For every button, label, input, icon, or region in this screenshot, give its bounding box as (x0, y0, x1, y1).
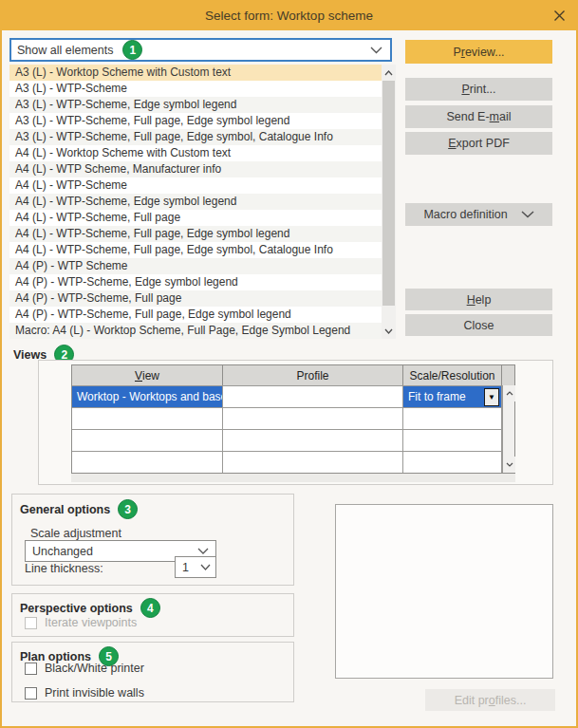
close-icon[interactable] (551, 8, 567, 23)
scale-cell[interactable]: Fit to frame ▼ (403, 386, 502, 407)
column-header-profile[interactable]: Profile (223, 365, 403, 385)
list-item[interactable]: A4 (P) - WTP Scheme (9, 258, 382, 274)
macro-definition-button[interactable]: Macro definition (405, 203, 552, 226)
line-thickness-label: Line thickness: (25, 562, 103, 575)
view-cell[interactable]: Worktop - Worktops and base units (72, 386, 223, 407)
perspective-options-label-text: Perspective options (20, 602, 133, 615)
macro-definition-label: Macro definition (423, 208, 507, 221)
iterate-viewpoints-label: Iterate viewpoints (45, 616, 137, 629)
column-header-scale[interactable]: Scale/Resolution (403, 365, 502, 385)
list-item[interactable]: A3 (L) - WTP-Scheme (9, 81, 382, 97)
black-white-printer-checkbox[interactable]: Black/White printer (25, 662, 144, 675)
scale-value: Fit to frame (408, 390, 466, 403)
list-item[interactable]: A4 (L) - WTP-Scheme, Edge symbol legend (9, 194, 382, 210)
list-item[interactable]: A3 (L) - WTP-Scheme, Full page, Edge sym… (9, 129, 382, 145)
line-thickness-value: 1 (182, 561, 189, 574)
list-item[interactable]: A4 (P) - WTP-Scheme, Full page, Edge sym… (9, 307, 382, 323)
print-invisible-walls-checkbox[interactable]: Print invisible walls (25, 686, 144, 700)
empty-cell (223, 408, 403, 429)
empty-cell (223, 452, 403, 473)
window-title: Select form: Worktop scheme (205, 9, 373, 23)
empty-cell (403, 430, 502, 451)
empty-cell (403, 408, 502, 429)
table-row-empty[interactable] (72, 429, 514, 451)
preview-button[interactable]: Preview... (405, 40, 552, 64)
list-scrollbar[interactable] (382, 65, 396, 339)
table-horizontal-scrollbar-track[interactable] (71, 474, 515, 482)
general-options-label-text: General options (20, 503, 110, 516)
line-thickness-select[interactable]: 1 (175, 556, 216, 578)
titlebar: Select form: Worktop scheme (0, 0, 578, 30)
chevron-down-icon (370, 47, 382, 54)
form-list: A3 (L) - Worktop Scheme with Custom text… (9, 65, 396, 339)
table-row-empty[interactable] (72, 451, 514, 473)
general-options-group: General options 3 Scale adjustment Uncha… (11, 494, 294, 586)
step-badge-3: 3 (118, 499, 138, 519)
scrollbar-thumb[interactable] (382, 81, 395, 306)
table-row-empty[interactable] (72, 407, 514, 429)
scale-adjustment-label: Scale adjustment (30, 527, 121, 540)
print-invisible-walls-label: Print invisible walls (45, 686, 144, 700)
help-button[interactable]: Help (405, 289, 552, 310)
empty-cell (223, 430, 403, 451)
table-scrollbar[interactable] (502, 385, 514, 473)
iterate-viewpoints-checkbox: Iterate viewpoints (25, 616, 137, 629)
list-item[interactable]: A4 (L) - Worktop Scheme with Custom text (9, 145, 382, 161)
empty-cell (72, 408, 223, 429)
list-item[interactable]: A4 (L) - WTP-Scheme, Full page, Edge sym… (9, 226, 382, 242)
checkbox-icon (25, 663, 37, 675)
empty-cell (403, 452, 502, 473)
scroll-down-icon[interactable] (382, 323, 396, 339)
chevron-down-icon (521, 211, 534, 218)
list-item[interactable]: Macro: A4 (L) - Worktop Scheme, Full Pag… (9, 323, 382, 339)
scale-adjustment-value: Unchanged (32, 545, 93, 558)
views-table-header: View Profile Scale/Resolution (72, 365, 514, 385)
list-item[interactable]: A3 (L) - WTP-Scheme, Full page, Edge sym… (9, 113, 382, 129)
scroll-up-icon[interactable] (382, 65, 396, 81)
select-form-dialog: Select form: Worktop scheme Show all ele… (0, 0, 578, 728)
empty-cell (72, 452, 223, 473)
profile-preview-panel (335, 504, 553, 679)
step-badge-1: 1 (122, 40, 142, 60)
form-list-rows: A3 (L) - Worktop Scheme with Custom text… (9, 65, 382, 339)
list-item[interactable]: A4 (P) - WTP-Scheme, Edge symbol legend (9, 274, 382, 290)
export-pdf-button[interactable]: Export PDF (405, 132, 552, 155)
perspective-options-group: Perspective options 4 Iterate viewpoints (11, 593, 294, 637)
column-header-view[interactable]: View (72, 365, 223, 385)
close-button[interactable]: Close (405, 314, 552, 336)
list-item[interactable]: A4 (P) - WTP-Scheme, Full page (9, 290, 382, 307)
step-badge-4: 4 (140, 598, 160, 618)
scroll-up-icon[interactable] (503, 385, 515, 401)
edit-profiles-button: Edit profiles... (425, 689, 555, 711)
black-white-printer-label: Black/White printer (45, 662, 144, 675)
scroll-down-icon[interactable] (503, 457, 515, 473)
filter-value: Show all elements (17, 44, 113, 57)
list-item[interactable]: A4 (L) - WTP-Scheme, Full page (9, 210, 382, 226)
empty-cell (72, 430, 223, 451)
list-item[interactable]: A3 (L) - Worktop Scheme with Custom text (9, 65, 382, 81)
list-item[interactable]: A4 (L) - WTP Scheme, Manufacturer info (9, 161, 382, 177)
chevron-down-icon (197, 548, 209, 554)
print-button[interactable]: Print... (405, 78, 552, 101)
table-row-selected[interactable]: Worktop - Worktops and base units Fit to… (72, 385, 514, 407)
checkbox-icon (25, 617, 37, 629)
send-email-button[interactable]: Send E-mail (405, 105, 552, 128)
filter-select[interactable]: Show all elements 1 (9, 38, 392, 62)
general-options-label: General options 3 (20, 499, 138, 519)
views-table: View Profile Scale/Resolution Worktop - … (71, 364, 515, 474)
list-item[interactable]: A4 (L) - WTP-Scheme, Full page, Edge sym… (9, 242, 382, 258)
checkbox-icon (25, 687, 37, 700)
column-header-scrollbar-gap (502, 365, 514, 385)
plan-options-group: Plan options 5 Black/White printer Print… (11, 642, 294, 702)
list-item[interactable]: A3 (L) - WTP-Scheme, Edge symbol legend (9, 97, 382, 113)
perspective-options-label: Perspective options 4 (20, 598, 160, 618)
scale-combo-arrow-icon[interactable]: ▼ (484, 388, 499, 406)
list-item[interactable]: A4 (L) - WTP-Scheme (9, 177, 382, 194)
profile-cell[interactable] (223, 386, 403, 407)
chevron-down-icon (200, 564, 211, 570)
